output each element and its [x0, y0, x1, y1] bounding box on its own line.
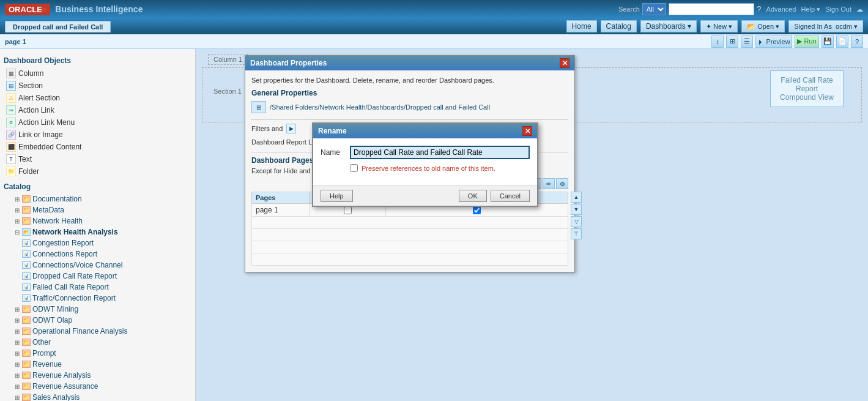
tree-traffic[interactable]: 📊 Traffic/Connection Report — [4, 293, 191, 304]
link-sales[interactable]: Sales Analysis — [32, 393, 80, 401]
grid-icon[interactable]: ⊞ — [726, 36, 738, 48]
tree-sales[interactable]: ⊞ 📁 Sales Analysis — [4, 392, 191, 401]
tree-revenue[interactable]: ⊞ 📁 Revenue — [4, 359, 191, 370]
signout-link[interactable]: Sign Out — [825, 6, 851, 13]
scroll-down-btn[interactable]: ▼ — [571, 204, 582, 215]
expand-odwt-olap[interactable]: ⊞ — [13, 317, 21, 324]
tree-dropped-call[interactable]: 📊 Dropped Call Rate Report — [4, 271, 191, 282]
search-input[interactable] — [669, 3, 754, 15]
scroll-end-btn[interactable]: ⊤ — [571, 228, 582, 239]
expand-odwt-mining[interactable]: ⊞ — [13, 305, 21, 313]
sidebar-item-column[interactable]: ▦ Column — [4, 67, 191, 80]
tree-revenue-assurance[interactable]: ⊞ 📁 Revenue Assurance — [4, 381, 191, 392]
tree-other[interactable]: ⊞ 📁 Other — [4, 337, 191, 348]
expand-operational[interactable]: ⊞ — [13, 328, 21, 335]
tree-failed-call[interactable]: 📊 Failed Call Rate Report — [4, 282, 191, 293]
link-congestion[interactable]: Congestion Report — [32, 239, 94, 247]
tree-connections-voice[interactable]: 📊 Connections/Voice Channel — [4, 260, 191, 271]
preserve-checkbox[interactable] — [350, 164, 358, 172]
link-prompt[interactable]: Prompt — [32, 349, 56, 358]
hide-checkbox[interactable] — [344, 206, 352, 214]
tree-documentation[interactable]: ⊞ 📁 Documentation — [4, 193, 191, 204]
expand-network-health[interactable]: ⊞ — [13, 217, 21, 225]
link-traffic[interactable]: Traffic/Connection Report — [32, 294, 116, 302]
tree-odwt-olap[interactable]: ⊞ 📁 ODWT Olap — [4, 315, 191, 326]
path-icon: ⊞ — [251, 101, 266, 113]
link-odwt-mining[interactable]: ODWT Mining — [32, 305, 78, 313]
home-btn[interactable]: Home — [566, 20, 597, 32]
list-icon[interactable]: ☰ — [741, 36, 753, 48]
link-revenue-assurance[interactable]: Revenue Assurance — [32, 382, 98, 391]
search-select[interactable]: All — [642, 3, 666, 15]
tree-prompt[interactable]: ⊞ 📁 Prompt — [4, 348, 191, 359]
link-odwt-olap[interactable]: ODWT Olap — [32, 316, 72, 324]
link-network-health-analysis[interactable]: Network Health Analysis — [32, 228, 118, 236]
sidebar-item-link-image[interactable]: 🔗 Link or Image — [4, 129, 191, 141]
dashboard-tab[interactable]: Dropped call and Failed Call — [5, 21, 111, 32]
link-network-health[interactable]: Network Health — [32, 217, 83, 225]
tree-revenue-analysis[interactable]: ⊞ 📁 Revenue Analysis — [4, 370, 191, 381]
tree-metadata[interactable]: ⊞ 📁 MetaData — [4, 204, 191, 215]
signedin-btn[interactable]: Signed In As ocdm ▾ — [788, 20, 863, 32]
run-btn[interactable]: ▶ Run — [795, 36, 819, 48]
sidebar-item-action-menu[interactable]: ≡ Action Link Menu — [4, 116, 191, 129]
sidebar-item-action-link[interactable]: ⇒ Action Link — [4, 104, 191, 116]
expand-sales[interactable]: ⊞ — [13, 394, 21, 401]
sidebar-item-text[interactable]: T Text — [4, 153, 191, 165]
expand-documentation[interactable]: ⊞ — [13, 195, 21, 203]
tree-odwt-mining[interactable]: ⊞ 📁 ODWT Mining — [4, 304, 191, 315]
help-btn[interactable]: Help — [321, 190, 353, 202]
advanced-link[interactable]: Advanced — [766, 6, 796, 13]
tree-connections[interactable]: 📊 Connections Report — [4, 249, 191, 260]
expand-metadata[interactable]: ⊞ — [13, 206, 21, 214]
expand-prompt[interactable]: ⊞ — [13, 350, 21, 357]
pages-props-btn[interactable]: ⚙ — [556, 178, 568, 189]
save-as-icon[interactable]: 📄 — [836, 36, 848, 48]
new-btn[interactable]: ✦ New ▾ — [700, 20, 738, 32]
tree-operational[interactable]: ⊞ 📁 Operational Finance Analysis — [4, 326, 191, 337]
tree-network-health-analysis[interactable]: ⊟ 📂 Network Health Analysis — [4, 227, 191, 238]
rename-close-btn[interactable]: ✕ — [522, 126, 532, 136]
sidebar-item-alert[interactable]: ⚠ Alert Section — [4, 92, 191, 104]
sidebar-item-folder[interactable]: 📁 Folder — [4, 165, 191, 178]
catalog-btn[interactable]: Catalog — [601, 20, 637, 32]
expand-revenue[interactable]: ⊞ — [13, 361, 21, 368]
help-link[interactable]: Help ▾ — [801, 6, 821, 13]
expand-revenue-analysis[interactable]: ⊞ — [13, 372, 21, 379]
help-icon[interactable]: ? — [851, 36, 863, 48]
sidebar-item-section[interactable]: ▤ Section — [4, 80, 191, 92]
dashboards-btn[interactable]: Dashboards ▾ — [640, 20, 697, 32]
ok-btn[interactable]: OK — [459, 190, 487, 202]
link-connections-voice[interactable]: Connections/Voice Channel — [32, 261, 122, 269]
link-operational[interactable]: Operational Finance Analysis — [32, 327, 127, 335]
search-help-icon[interactable]: ? — [757, 4, 762, 14]
expand-revenue-assurance[interactable]: ⊞ — [13, 383, 21, 390]
preview-btn[interactable]: ⏵ Preview — [755, 36, 792, 48]
cloud-link[interactable]: ☁ — [856, 6, 863, 13]
scroll-up-btn[interactable]: ▲ — [571, 192, 582, 203]
move-icon[interactable]: ↕ — [711, 36, 724, 48]
tree-congestion[interactable]: 📊 Congestion Report — [4, 238, 191, 249]
link-dropped-call[interactable]: Dropped Call Rate Report — [32, 272, 117, 280]
rename-content: Name Preserve references to old name of … — [313, 138, 537, 186]
link-other[interactable]: Other — [32, 338, 51, 347]
link-metadata[interactable]: MetaData — [32, 206, 64, 214]
briefing-checkbox[interactable] — [473, 206, 481, 214]
link-documentation[interactable]: Documentation — [32, 195, 82, 203]
dashboard-props-close[interactable]: ✕ — [560, 58, 569, 68]
cancel-btn[interactable]: Cancel — [491, 190, 530, 202]
link-connections[interactable]: Connections Report — [32, 250, 97, 258]
expand-network-health-analysis[interactable]: ⊟ — [13, 228, 21, 236]
link-failed-call[interactable]: Failed Call Rate Report — [32, 283, 109, 291]
filters-expand-icon[interactable]: ▶ — [286, 124, 296, 133]
save-icon[interactable]: 💾 — [822, 36, 834, 48]
scroll-bottom-btn[interactable]: ▽ — [571, 216, 582, 227]
pages-rename-btn[interactable]: ✏ — [543, 178, 555, 189]
expand-other[interactable]: ⊞ — [13, 339, 21, 346]
link-revenue[interactable]: Revenue — [32, 360, 62, 369]
tree-network-health[interactable]: ⊞ 📁 Network Health — [4, 215, 191, 227]
link-revenue-analysis[interactable]: Revenue Analysis — [32, 371, 91, 380]
open-btn[interactable]: 📂 Open ▾ — [741, 20, 785, 32]
sidebar-item-embedded[interactable]: ⬛ Embedded Content — [4, 141, 191, 153]
rename-input[interactable] — [350, 146, 530, 159]
